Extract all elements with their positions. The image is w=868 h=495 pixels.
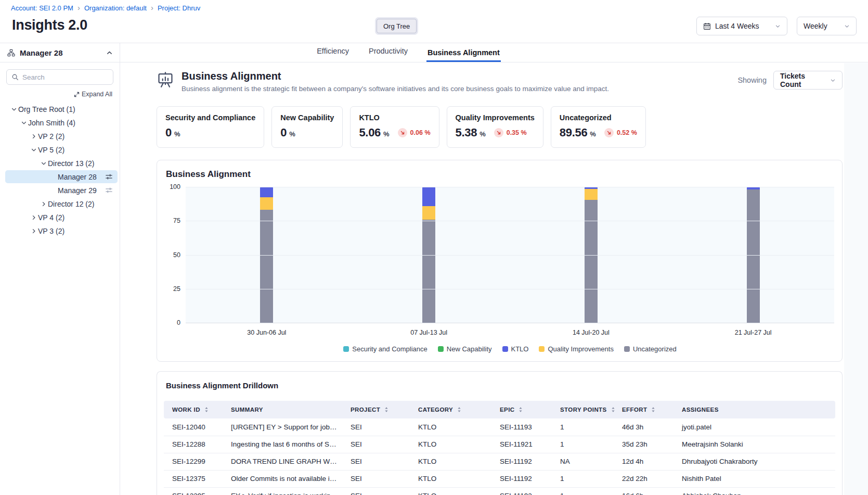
tree-item-label: Director 12 (2) <box>48 200 94 208</box>
table-cell: SEI-11193 <box>494 418 554 436</box>
sidebar-title: Manager 28 <box>20 48 102 57</box>
table-header-row: WORK IDSUMMARYPROJECTCATEGORYEPICSTORY P… <box>164 401 835 418</box>
tab-productivity[interactable]: Productivity <box>368 47 409 62</box>
tab-efficiency[interactable]: Efficiency <box>316 47 350 62</box>
breadcrumb-separator-icon: › <box>151 4 153 11</box>
main-content: Business Alignment Business alignment is… <box>120 62 868 495</box>
table-cell: 12d 4h <box>616 453 676 470</box>
kpi-label: Quality Improvements <box>456 113 535 122</box>
tree-item-john-smith-4[interactable]: John Smith (4) <box>5 116 118 129</box>
date-range-select[interactable]: Last 4 Weeks <box>696 17 787 35</box>
legend-item-new-capability[interactable]: New Capability <box>438 345 492 353</box>
section-description: Business alignment is the strategic fit … <box>182 85 609 93</box>
legend-label: Uncategorized <box>633 345 677 353</box>
table-cell: Nishith Patel <box>676 470 835 487</box>
chevron-right-icon[interactable] <box>39 201 48 207</box>
bar-segment-uncategorized <box>585 200 598 323</box>
tree-item-manager-29[interactable]: Manager 29 <box>5 184 118 197</box>
bar-segment-quality-improvements <box>260 197 273 210</box>
trend-down-icon <box>494 128 503 137</box>
table-cell: SEI-11921 <box>494 436 554 453</box>
table-cell: Abhishek Chauhan <box>676 487 835 495</box>
table-cell: 1 <box>554 470 616 487</box>
chevron-right-icon[interactable] <box>29 133 38 139</box>
tree-item-label: Org Tree Root (1) <box>18 105 75 113</box>
tree-item-vp-5-2[interactable]: VP 5 (2) <box>5 143 118 156</box>
granularity-select[interactable]: Weekly <box>797 17 857 35</box>
kpi-trend-badge: 0.52 % <box>604 128 637 137</box>
chevron-down-icon[interactable] <box>39 160 48 167</box>
x-tick-label: 07 Jul-13 Jul <box>348 329 510 336</box>
tree-item-vp-4-2[interactable]: VP 4 (2) <box>5 211 118 224</box>
legend-item-quality-improvements[interactable]: Quality Improvements <box>539 345 613 353</box>
table-row-sei-12288[interactable]: SEI-12288Ingesting the last 6 months of … <box>164 436 835 453</box>
kpi-trend-badge: 0.35 % <box>494 128 527 137</box>
table-cell: Dhrubajyoti Chakraborty <box>676 453 835 470</box>
column-header-category[interactable]: CATEGORY <box>412 401 494 418</box>
showing-label: Showing <box>737 76 767 84</box>
showing-select[interactable]: Tickets Count <box>773 71 843 90</box>
tree-item-org-tree-root-1[interactable]: Org Tree Root (1) <box>5 103 118 116</box>
tree-item-label: Director 13 (2) <box>48 159 94 168</box>
legend-item-security-and-compliance[interactable]: Security and Compliance <box>343 345 427 353</box>
filter-sliders-icon[interactable] <box>105 186 113 194</box>
header-controls: Last 4 Weeks Weekly <box>696 17 857 35</box>
kpi-delta-value: 0.35 % <box>507 129 527 136</box>
table-cell: SEI-12299 <box>164 453 225 470</box>
chevron-right-icon[interactable] <box>29 214 38 221</box>
legend-swatch <box>502 346 508 352</box>
kpi-unit: % <box>383 130 390 138</box>
table-cell: EY > Verify if ingestion is working as e… <box>225 487 344 495</box>
app-header: Account: SEI 2.0 PM›Organization: defaul… <box>0 0 868 43</box>
column-header-story-points[interactable]: STORY POINTS <box>554 401 616 418</box>
tree-item-manager-28[interactable]: Manager 28 <box>5 170 118 183</box>
y-tick-label: 0 <box>177 319 180 326</box>
chevron-up-icon[interactable] <box>106 49 113 56</box>
bar-segment-ktlo <box>260 187 273 197</box>
filter-sliders-icon[interactable] <box>105 173 113 181</box>
chevron-down-icon[interactable] <box>9 106 18 112</box>
chevron-right-icon[interactable] <box>29 228 38 234</box>
search-input[interactable] <box>22 73 108 81</box>
tree-item-vp-2-2[interactable]: VP 2 (2) <box>5 130 118 143</box>
kpi-unit: % <box>480 130 486 138</box>
expand-all-button[interactable]: Expand All <box>74 91 112 98</box>
table-row-sei-12299[interactable]: SEI-12299DORA TREND LINE GRAPH Widgets i… <box>164 453 835 470</box>
org-tree-button[interactable]: Org Tree <box>377 19 417 33</box>
kpi-row: Security and Compliance0%New Capability0… <box>157 106 843 148</box>
tree-item-label: John Smith (4) <box>28 119 75 127</box>
table-cell: KTLO <box>412 418 494 436</box>
tree-item-vp-3-2[interactable]: VP 3 (2) <box>5 224 118 237</box>
chevron-down-icon[interactable] <box>19 120 28 126</box>
breadcrumb-link-organization-default[interactable]: Organization: default <box>84 4 147 12</box>
main-scrollbar-gutter[interactable] <box>844 63 868 495</box>
table-body: SEI-12040[URGENT] EY > Support for job r… <box>164 418 835 495</box>
column-header-effort[interactable]: EFFORT <box>616 401 676 418</box>
y-tick-label: 100 <box>170 183 180 191</box>
column-header-work-id[interactable]: WORK ID <box>164 401 225 418</box>
kpi-card-uncategorized: Uncategorized89.56%0.52 % <box>551 106 646 148</box>
breadcrumb-link-account-sei-2-0-pm[interactable]: Account: SEI 2.0 PM <box>11 4 73 12</box>
legend-swatch <box>624 346 630 352</box>
kpi-card-quality-improvements: Quality Improvements5.38%0.35 % <box>447 106 543 148</box>
drilldown-card: Business Alignment Drilldown WORK IDSUMM… <box>157 371 843 495</box>
x-tick-label: 14 Jul-20 Jul <box>510 329 672 336</box>
table-row-sei-12375[interactable]: SEI-12375Older Commits is not available … <box>164 470 835 487</box>
chevron-down-icon[interactable] <box>29 147 38 153</box>
table-row-sei-12040[interactable]: SEI-12040[URGENT] EY > Support for job r… <box>164 418 835 436</box>
tab-business-alignment[interactable]: Business Alignment <box>426 48 501 62</box>
table-cell: SEI-11192 <box>494 470 554 487</box>
kpi-unit: % <box>590 130 596 138</box>
column-header-project[interactable]: PROJECT <box>344 401 412 418</box>
tree-item-director-12-2[interactable]: Director 12 (2) <box>5 197 118 210</box>
x-tick-label: 30 Jun-06 Jul <box>186 329 348 336</box>
y-axis: 0255075100 <box>165 187 186 323</box>
chart-plot-area <box>186 187 834 323</box>
legend-item-ktlo[interactable]: KTLO <box>502 345 529 353</box>
column-header-epic[interactable]: EPIC <box>494 401 554 418</box>
tree-item-director-13-2[interactable]: Director 13 (2) <box>5 157 118 170</box>
legend-item-uncategorized[interactable]: Uncategorized <box>624 345 677 353</box>
breadcrumb-link-project-dhruv[interactable]: Project: Dhruv <box>158 4 200 12</box>
table-row-sei-12395[interactable]: SEI-12395EY > Verify if ingestion is wor… <box>164 487 835 495</box>
kpi-value: 5.38 <box>456 126 477 139</box>
